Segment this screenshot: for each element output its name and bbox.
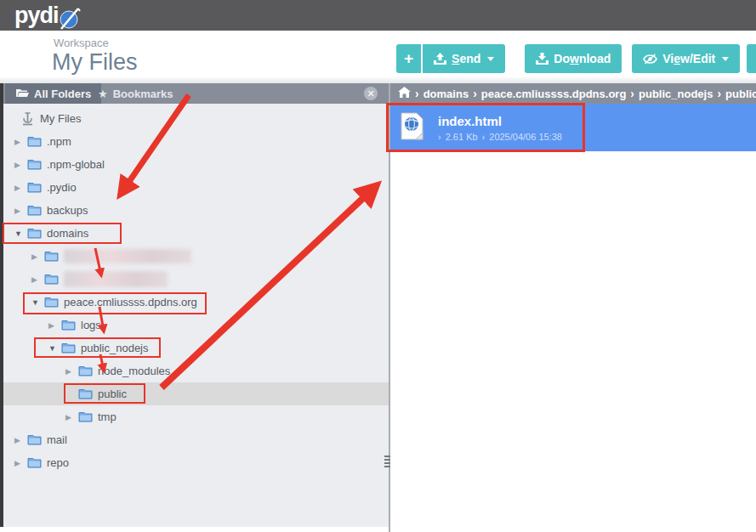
expand-collapsed-icon[interactable] — [14, 184, 27, 192]
top-bar: pydi — [0, 0, 756, 31]
tree-item-label: mail — [47, 433, 67, 446]
expand-expanded-icon[interactable] — [48, 344, 61, 353]
view-edit-button[interactable]: View/Edit — [632, 44, 740, 73]
tree-item-peace-domain[interactable]: peace.cmliussss.dpdns.org — [3, 291, 389, 314]
tree-item-public[interactable]: public — [3, 382, 389, 405]
expand-collapsed-icon[interactable] — [14, 207, 27, 215]
download-button[interactable]: Download — [525, 44, 622, 73]
folder-icon — [27, 228, 42, 239]
tab-bookmarks[interactable]: ★ Bookmarks — [88, 83, 183, 104]
expand-collapsed-icon[interactable] — [14, 138, 27, 146]
tree-item-pydio[interactable]: .pydio — [3, 176, 389, 199]
pydio-rocket-icon — [60, 7, 78, 25]
tree-item-label: domains — [47, 227, 88, 240]
tree-item-label: .pydio — [47, 181, 77, 194]
tree-item-redacted-2[interactable] — [3, 268, 389, 291]
sidebar-tabbar: All Folders ★ Bookmarks ✕ — [0, 83, 389, 104]
breadcrumb-separator: › — [473, 86, 477, 101]
tree-item-domains[interactable]: domains — [3, 222, 389, 245]
tree-item-label: backups — [47, 204, 88, 217]
breadcrumb-separator: › — [717, 86, 721, 101]
folder-icon — [78, 365, 93, 376]
folder-icon — [27, 136, 42, 147]
expand-collapsed-icon[interactable] — [31, 252, 44, 261]
redacted-label — [64, 249, 191, 263]
breadcrumb-separator: › — [415, 86, 419, 101]
file-modified: 2025/04/06 15:38 — [489, 132, 562, 142]
page-title: My Files — [52, 49, 138, 76]
tree-item-label: .npm — [47, 135, 71, 148]
action-toolbar: + Send Download — [396, 44, 756, 73]
expand-collapsed-icon[interactable] — [14, 436, 27, 444]
folder-icon — [27, 159, 42, 170]
star-icon: ★ — [98, 88, 108, 100]
tree-item-npm-global[interactable]: .npm-global — [3, 153, 389, 176]
workspace-label: Workspace — [54, 37, 109, 49]
close-panel-icon[interactable]: ✕ — [364, 87, 378, 100]
tree-item-label: logs — [81, 319, 101, 331]
file-name: index.html — [438, 114, 562, 129]
breadcrumb-domain-name[interactable]: peace.cmliussss.dpdns.org — [481, 88, 627, 100]
tree-item-label: public_nodejs — [81, 342, 149, 354]
download-icon — [536, 53, 549, 65]
tree-item-mail[interactable]: mail — [3, 428, 389, 451]
folder-icon — [27, 182, 42, 193]
expand-collapsed-icon[interactable] — [65, 367, 78, 376]
tree-item-repo[interactable]: repo — [3, 451, 389, 474]
collapsed-panel-edge[interactable] — [0, 83, 3, 527]
folder-icon — [44, 274, 59, 285]
folder-tree: My Files .npm .npm-global .pydio backups… — [3, 107, 389, 474]
tree-item-label: tmp — [98, 410, 117, 423]
breadcrumb-separator: › — [630, 86, 634, 101]
tab-label: All Folders — [34, 88, 91, 100]
tree-item-label: .npm-global — [47, 158, 105, 171]
tree-item-node-modules[interactable]: node_modules — [3, 359, 389, 382]
expand-collapsed-icon[interactable] — [14, 161, 27, 169]
tab-label: Bookmarks — [113, 88, 173, 100]
tree-item-npm[interactable]: .npm — [3, 130, 389, 153]
tree-item-label: public — [98, 388, 127, 400]
tree-item-public-nodejs[interactable]: public_nodejs — [3, 337, 389, 359]
pydio-app: pydi Workspace My Files + — [0, 0, 756, 532]
tree-item-label: My Files — [40, 112, 81, 125]
meta-separator: › — [438, 132, 441, 142]
folder-icon — [44, 297, 59, 308]
pydio-logo: pydi — [14, 3, 78, 28]
breadcrumb-public-nodejs[interactable]: public_nodejs — [639, 88, 713, 100]
expand-collapsed-icon[interactable] — [48, 321, 61, 330]
tree-item-my-files[interactable]: My Files — [3, 107, 389, 130]
breadcrumb-domains[interactable]: domains — [423, 88, 469, 100]
new-item-button[interactable]: + — [396, 44, 421, 73]
expand-collapsed-icon[interactable] — [31, 275, 44, 284]
tree-item-redacted-1[interactable] — [3, 245, 389, 268]
html-file-icon — [401, 112, 423, 144]
expand-collapsed-icon[interactable] — [65, 413, 78, 422]
expand-collapsed-icon[interactable] — [14, 459, 27, 467]
breadcrumb-public[interactable]: public — [725, 88, 756, 100]
send-button[interactable]: Send — [423, 44, 505, 73]
folder-icon — [27, 434, 42, 445]
tree-item-logs[interactable]: logs — [3, 314, 389, 337]
file-row-index-html[interactable]: index.html › 2.61 Kb › 2025/04/06 15:38 — [390, 104, 756, 151]
folder-icon — [61, 320, 76, 331]
more-button[interactable]: More — [747, 44, 756, 73]
expand-expanded-icon[interactable] — [31, 298, 44, 307]
tree-item-tmp[interactable]: tmp — [3, 405, 389, 428]
tree-item-label: node_modules — [98, 365, 170, 377]
tree-item-backups[interactable]: backups — [3, 199, 389, 222]
meta-separator: › — [482, 132, 486, 142]
chevron-down-icon — [487, 57, 494, 61]
logo-text: pydi — [14, 3, 59, 28]
home-icon[interactable] — [398, 87, 411, 100]
redacted-label — [64, 271, 168, 287]
eye-off-icon — [643, 54, 657, 65]
chevron-down-icon — [722, 57, 729, 61]
folder-icon — [78, 411, 93, 422]
folder-open-icon — [15, 88, 29, 100]
workspace-icon — [22, 112, 33, 126]
file-size: 2.61 Kb — [446, 132, 478, 142]
panel-resize-grip[interactable] — [384, 456, 391, 469]
folder-icon — [78, 388, 93, 399]
expand-expanded-icon[interactable] — [14, 229, 27, 238]
file-list-panel: index.html › 2.61 Kb › 2025/04/06 15:38 — [390, 104, 756, 532]
